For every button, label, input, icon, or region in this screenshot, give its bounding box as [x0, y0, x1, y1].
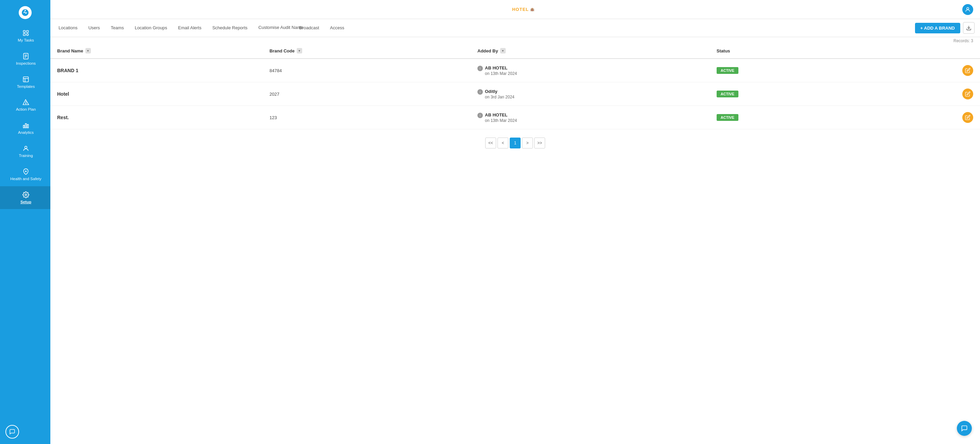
health-safety-icon	[22, 168, 30, 175]
sidebar-item-inspections[interactable]: Inspections	[0, 48, 50, 71]
actions-cell	[870, 106, 980, 129]
col-actions	[870, 43, 980, 59]
tab-access[interactable]: Access	[325, 19, 350, 37]
brand-code-value: 2027	[269, 92, 279, 97]
status-badge: ACTIVE	[717, 114, 738, 121]
actions-cell	[870, 59, 980, 82]
added-by-sort[interactable]: ▼	[500, 48, 506, 53]
brand-code-value: 84784	[269, 68, 282, 73]
pagination: << < 1 > >>	[50, 129, 980, 157]
tab-email-alerts[interactable]: Email Alerts	[172, 19, 207, 37]
sidebar: My Tasks Inspections Temp	[0, 0, 50, 444]
sidebar-item-analytics[interactable]: Analytics	[0, 117, 50, 140]
sidebar-item-setup[interactable]: Setup	[0, 186, 50, 209]
col-added-by: Added By ▼	[471, 43, 710, 59]
tab-locations[interactable]: Locations	[53, 19, 83, 37]
info-icon: i	[477, 113, 483, 118]
pagination-first[interactable]: <<	[485, 137, 496, 149]
table-row: Rest. 123 i AB HOTEL on 13th Mar 2024 AC…	[50, 106, 980, 129]
sidebar-item-templates[interactable]: Templates	[0, 71, 50, 94]
tab-broadcast[interactable]: Broadcast	[294, 19, 325, 37]
table-row: BRAND 1 84784 i AB HOTEL on 13th Mar 202…	[50, 59, 980, 82]
svg-point-23	[967, 8, 969, 10]
templates-label: Templates	[17, 85, 35, 89]
tab-location-groups[interactable]: Location Groups	[129, 19, 172, 37]
tab-users[interactable]: Users	[83, 19, 105, 37]
records-count: Records: 3	[953, 38, 973, 43]
analytics-icon	[22, 121, 30, 129]
sidebar-item-training[interactable]: Training	[0, 140, 50, 163]
inspections-icon	[22, 53, 30, 60]
sidebar-bottom	[0, 420, 24, 444]
records-count-row: Records: 3	[50, 37, 980, 43]
pagination-current[interactable]: 1	[510, 137, 520, 149]
table-container: Brand Name ▼ Brand Code ▼ Added By	[50, 43, 980, 444]
brand-name-sort[interactable]: ▼	[86, 48, 91, 53]
col-status: Status	[710, 43, 870, 59]
topbar: HOTEL 🏨	[50, 0, 980, 19]
sidebar-item-action-plan[interactable]: Action Plan	[0, 94, 50, 117]
edit-button[interactable]	[962, 65, 973, 76]
edit-button[interactable]	[962, 88, 973, 99]
brand-name-value: BRAND 1	[57, 68, 78, 73]
tab-teams[interactable]: Teams	[105, 19, 129, 37]
download-button[interactable]	[963, 22, 975, 34]
pagination-next[interactable]: >	[522, 137, 533, 149]
status-badge: ACTIVE	[717, 67, 738, 74]
brand-name-value: Hotel	[57, 91, 69, 97]
svg-rect-16	[24, 125, 24, 128]
user-avatar[interactable]	[962, 4, 973, 15]
templates-icon	[22, 76, 30, 83]
brand-code-cell: 84784	[263, 59, 471, 82]
added-by-cell: i Oditly on 3rd Jan 2024	[471, 82, 710, 106]
svg-rect-18	[27, 125, 28, 128]
analytics-label: Analytics	[18, 130, 34, 135]
table-row: Hotel 2027 i Oditly on 3rd Jan 2024 ACTI…	[50, 82, 980, 106]
svg-rect-4	[24, 34, 25, 36]
brand-name-cell: Rest.	[50, 106, 263, 129]
sidebar-item-my-tasks[interactable]: My Tasks	[0, 24, 50, 48]
nav-tabs: Locations Users Teams Location Groups Em…	[50, 19, 910, 37]
training-icon	[22, 145, 30, 152]
status-badge: ACTIVE	[717, 91, 738, 97]
hotel-icon: 🏨	[530, 8, 535, 11]
tab-schedule-reports[interactable]: Schedule Reports	[207, 19, 253, 37]
actions-cell	[870, 82, 980, 106]
info-icon: i	[477, 66, 483, 71]
brand-name-cell: BRAND 1	[50, 59, 263, 82]
add-brand-button[interactable]: + ADD A BRAND	[915, 23, 960, 34]
svg-rect-10	[24, 77, 29, 82]
chat-button[interactable]	[5, 425, 19, 439]
topbar-right	[962, 4, 973, 15]
added-by-date: on 13th Mar 2024	[485, 118, 517, 123]
info-icon: i	[477, 89, 483, 95]
main-content: HOTEL 🏨 Locations Users Teams	[50, 0, 980, 444]
brand-name-cell: Hotel	[50, 82, 263, 106]
col-brand-name: Brand Name ▼	[50, 43, 263, 59]
pagination-prev[interactable]: <	[498, 137, 508, 149]
hotel-label: HOTEL	[512, 7, 529, 12]
svg-point-19	[25, 146, 27, 149]
svg-point-15	[25, 104, 26, 104]
added-by-date: on 3rd Jan 2024	[485, 95, 514, 99]
added-by-cell: i AB HOTEL on 13th Mar 2024	[471, 106, 710, 129]
svg-rect-17	[25, 124, 26, 128]
pagination-last[interactable]: >>	[534, 137, 545, 149]
my-tasks-label: My Tasks	[18, 38, 34, 43]
status-cell: ACTIVE	[710, 82, 870, 106]
added-by-name: AB HOTEL	[485, 65, 517, 70]
tab-customise-audit-name[interactable]: Customise Audit Name	[253, 19, 294, 37]
app-logo	[19, 6, 32, 19]
sidebar-item-health-safety[interactable]: Health and Safety	[0, 163, 50, 186]
health-safety-label: Health and Safety	[10, 177, 41, 182]
added-by-name: Oditly	[485, 89, 514, 94]
action-plan-label: Action Plan	[16, 107, 36, 112]
status-cell: ACTIVE	[710, 59, 870, 82]
brand-name-value: Rest.	[57, 115, 69, 120]
svg-point-5	[27, 34, 29, 36]
brand-code-sort[interactable]: ▼	[297, 48, 302, 53]
floating-chat-button[interactable]	[957, 421, 972, 436]
svg-rect-2	[24, 30, 25, 33]
edit-button[interactable]	[962, 112, 973, 123]
svg-rect-3	[27, 30, 29, 33]
